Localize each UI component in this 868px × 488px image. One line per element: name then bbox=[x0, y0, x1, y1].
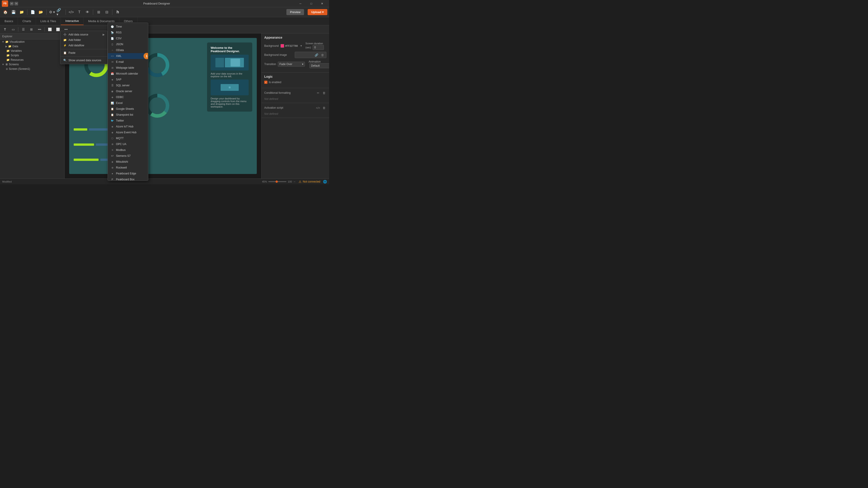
code-button[interactable]: </> bbox=[68, 8, 75, 16]
as-delete-icon[interactable]: 🗑 bbox=[321, 105, 327, 110]
zoom-thumb[interactable] bbox=[276, 181, 278, 183]
color-chevron[interactable]: ▾ bbox=[299, 43, 304, 48]
open-button[interactable]: 📂 bbox=[37, 8, 44, 16]
delete-icon[interactable]: 🗑 bbox=[320, 53, 325, 57]
ctx-add-datasource[interactable]: ➕ Add data source ▶ bbox=[60, 32, 107, 37]
tree-scripts[interactable]: 📁 Scripts bbox=[4, 53, 64, 58]
logic-section: Logic ✓ Is enabled bbox=[261, 72, 329, 88]
statusbar-right: 45% 100 ↔ ⚠ Not connected 🌐 bbox=[262, 180, 327, 184]
ds-peakboard-box[interactable]: P Peakboard Box bbox=[108, 176, 148, 181]
ctx-paste[interactable]: 📋 Paste bbox=[60, 50, 107, 56]
ds-email[interactable]: ✉ E-mail bbox=[108, 59, 148, 65]
minimize-button[interactable]: ─ bbox=[295, 0, 306, 7]
tree-variables[interactable]: 📁 Variables bbox=[4, 48, 64, 53]
ds-odbc[interactable]: ◈ ODBC bbox=[108, 94, 148, 100]
language-icon[interactable]: 🌐 bbox=[323, 180, 327, 184]
ctx-add-dataflow[interactable]: ⚡ Add dataflow bbox=[60, 43, 107, 48]
ds-sql-server[interactable]: 🗄 SQL server bbox=[108, 83, 148, 88]
new-button[interactable]: 📄 bbox=[29, 8, 36, 16]
more-tool-1[interactable]: ••• bbox=[36, 26, 43, 33]
ds-rss[interactable]: 📡 RSS bbox=[108, 30, 148, 35]
as-code-icon[interactable]: </> bbox=[315, 105, 320, 110]
ds-azure-iot-hub[interactable]: ◈ Azure IoT Hub bbox=[108, 124, 148, 129]
zoom-control[interactable]: 45% 100 ↔ bbox=[262, 180, 296, 183]
ds-json-label: JSON bbox=[116, 43, 123, 46]
screen1-icon: 🖥 bbox=[5, 68, 8, 70]
sap-icon: ◈ bbox=[111, 78, 114, 81]
ctx-show-unused[interactable]: 🔍 Show unused data sources bbox=[60, 58, 107, 63]
cf-edit-icon[interactable]: ✏ bbox=[315, 90, 320, 95]
step-1-badge: 1 bbox=[144, 53, 148, 59]
tab-interactive[interactable]: Interactive bbox=[61, 17, 84, 25]
ds-oracle-server[interactable]: ◉ Oracle server bbox=[108, 88, 148, 94]
ctx-add-folder[interactable]: 📁 Add folder bbox=[60, 37, 107, 43]
is-enabled-checkbox[interactable]: ✓ bbox=[264, 80, 268, 84]
tree-screen1[interactable]: 🖥 Screen (Screen1) bbox=[4, 67, 64, 71]
tree-visualization[interactable]: ▼ 📁 Visualization ••• bbox=[0, 39, 64, 44]
ds-sap[interactable]: ◈ SAP bbox=[108, 76, 148, 83]
connections-button[interactable]: 🔗 ▾ bbox=[57, 8, 64, 16]
cf-delete-icon[interactable]: 🗑 bbox=[321, 90, 327, 95]
ds-json[interactable]: {} JSON bbox=[108, 41, 148, 47]
ds-excel[interactable]: 📊 Excel bbox=[108, 100, 148, 106]
ds-peakboard-edge[interactable]: ● Peakboard Edge bbox=[108, 170, 148, 176]
ds-siemens-s7[interactable]: S7 Siemens S7 bbox=[108, 153, 148, 159]
tree-data[interactable]: ▶ 📁 Data bbox=[4, 44, 64, 48]
save-as-button[interactable]: 📁 bbox=[18, 8, 25, 16]
background-image-row: Background image 🔗 🗑 bbox=[264, 52, 327, 58]
table-tool-2[interactable]: ⊞ bbox=[28, 26, 35, 33]
ds-time[interactable]: 🕐 Time bbox=[108, 24, 148, 30]
redo-button[interactable]: ↪ bbox=[14, 2, 18, 5]
shape-tool[interactable]: ▭ bbox=[10, 26, 16, 33]
background-image-input[interactable]: 🔗 🗑 bbox=[295, 52, 327, 58]
table-tool-1[interactable]: ☰ bbox=[20, 26, 26, 33]
ds-google-sheets[interactable]: 📋 Google Sheets bbox=[108, 106, 148, 112]
ds-csv[interactable]: 📄 CSV bbox=[108, 35, 148, 41]
undo-button[interactable]: ↩ bbox=[10, 2, 13, 5]
background-color-control[interactable]: #FF327788 ▾ bbox=[281, 43, 304, 48]
table2-button[interactable]: ⊟ bbox=[103, 8, 110, 16]
zoom-expand-icon[interactable]: ↔ bbox=[293, 180, 296, 183]
ds-mitsubishi[interactable]: ◈ Mitsubishi bbox=[108, 159, 148, 165]
transition-dropdown[interactable]: Fade Over ▾ bbox=[278, 62, 305, 67]
screens-icon: 🖥 bbox=[5, 63, 8, 66]
settings-button[interactable]: ⚙ ▾ bbox=[49, 8, 56, 16]
modified-status: Modified bbox=[2, 180, 12, 183]
tree-screens[interactable]: ▼ 🖥 Screens bbox=[0, 62, 64, 67]
close-button[interactable]: ✕ bbox=[317, 0, 327, 7]
zoom-slider[interactable] bbox=[268, 181, 286, 182]
preview-button[interactable]: Preview bbox=[286, 9, 304, 15]
upload-button[interactable]: Upload ▾ bbox=[308, 9, 327, 15]
ds-odata[interactable]: ○ OData bbox=[108, 47, 148, 53]
eye-button[interactable]: 👁 bbox=[84, 8, 91, 16]
link-icon[interactable]: 🔗 bbox=[314, 53, 319, 57]
table-button[interactable]: ⊞ bbox=[95, 8, 102, 16]
ds-rockwell[interactable]: ⊕ Rockwell bbox=[108, 165, 148, 170]
tab-charts[interactable]: Charts bbox=[18, 17, 36, 25]
screen-duration-input[interactable]: 0 bbox=[313, 45, 324, 50]
add-dataflow-icon: ⚡ bbox=[63, 44, 67, 47]
ds-webpage-table[interactable]: ⊞ Webpage table bbox=[108, 65, 148, 71]
ds-sharepoint-list[interactable]: 📋 Sharepoint list bbox=[108, 112, 148, 118]
save-button[interactable]: 💾 bbox=[10, 8, 17, 16]
input-tool-1[interactable]: ⬜ bbox=[46, 26, 53, 33]
ds-xml[interactable]: <> XML 1 bbox=[108, 53, 148, 59]
ds-azure-event-hub[interactable]: ◈ Azure Event Hub bbox=[108, 129, 148, 135]
text-button[interactable]: T bbox=[76, 8, 83, 16]
h-icon[interactable]: h bbox=[114, 8, 121, 16]
home-button[interactable]: 🏠 bbox=[2, 8, 9, 16]
text-tool[interactable]: T bbox=[2, 26, 8, 33]
tree-resources[interactable]: 📁 Resources bbox=[4, 58, 64, 62]
restore-button[interactable]: □ bbox=[306, 0, 316, 7]
ds-opc-ua[interactable]: ⊕ OPC UA bbox=[108, 141, 148, 147]
color-swatch[interactable] bbox=[281, 44, 284, 48]
tab-lists-tiles[interactable]: Lists & Tiles bbox=[36, 17, 61, 25]
tab-basics[interactable]: Basics bbox=[0, 17, 18, 25]
ds-mqtt[interactable]: ⬡ MQTT bbox=[108, 135, 148, 141]
ds-microsoft-calendar[interactable]: 📅 Microsoft calendar bbox=[108, 71, 148, 76]
animation-dropdown[interactable]: Default ▾ bbox=[309, 63, 329, 68]
background-label: Background bbox=[264, 44, 279, 47]
ds-modbus[interactable]: ✳ Modbus bbox=[108, 147, 148, 153]
ds-twitter[interactable]: 🐦 Twitter bbox=[108, 118, 148, 124]
vars-icon: 📁 bbox=[6, 49, 10, 53]
